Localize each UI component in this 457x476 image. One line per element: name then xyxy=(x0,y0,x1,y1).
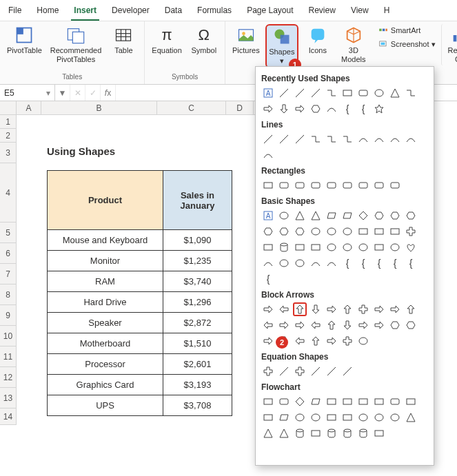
shape-star[interactable] xyxy=(372,102,386,116)
shapes-button[interactable]: Shapes▾ 1 xyxy=(265,24,298,68)
shape-elbow-arrow[interactable] xyxy=(325,132,338,146)
cell-product[interactable]: Monitor xyxy=(48,251,163,271)
shape-curved-down[interactable] xyxy=(341,318,354,332)
row-header[interactable]: 4 xyxy=(0,163,17,223)
shape-not-equal[interactable] xyxy=(341,364,354,378)
shape-curved-arrow[interactable] xyxy=(372,132,386,146)
shape-delay[interactable] xyxy=(309,426,323,440)
shape-merge[interactable] xyxy=(277,426,291,440)
shape-stored[interactable] xyxy=(293,426,307,440)
shape-elbow-double[interactable] xyxy=(341,132,354,146)
shape-decision[interactable] xyxy=(293,395,307,408)
shape-connector[interactable] xyxy=(325,86,338,100)
shape-noentry[interactable] xyxy=(341,240,354,254)
shape-round2[interactable] xyxy=(372,178,386,192)
cell-january[interactable]: $1,090 xyxy=(163,230,232,251)
shape-pentagon-arrow[interactable] xyxy=(388,318,402,332)
shape-card[interactable] xyxy=(325,411,338,424)
table-row[interactable]: Processor$2,601 xyxy=(48,354,232,375)
shape-or[interactable] xyxy=(372,411,386,424)
row-header[interactable]: 10 xyxy=(0,326,17,346)
shape-multidoc[interactable] xyxy=(372,395,386,408)
shape-callout-quad[interactable] xyxy=(341,334,354,348)
shape-dbracket[interactable]: { xyxy=(404,256,418,270)
shape-textbox[interactable]: A xyxy=(261,86,275,100)
shape-left-up[interactable] xyxy=(261,318,275,332)
shape-right-arrow[interactable] xyxy=(261,302,275,316)
shape-divide[interactable] xyxy=(309,364,323,378)
shape-left-arrow[interactable] xyxy=(277,302,291,316)
select-all-corner[interactable] xyxy=(0,101,17,115)
shape-round-diag[interactable] xyxy=(388,178,402,192)
tab-insert[interactable]: Insert xyxy=(71,3,99,21)
shape-octagon[interactable] xyxy=(261,225,275,238)
col-header[interactable]: D xyxy=(226,101,254,115)
equation-button[interactable]: πEquation xyxy=(149,24,184,56)
shape-rect[interactable] xyxy=(341,86,354,100)
shape-hexagon[interactable] xyxy=(388,209,402,223)
screenshot-button[interactable]: Screenshot ▾ xyxy=(376,38,439,50)
shape-callout-lr[interactable] xyxy=(325,334,338,348)
shape-sort[interactable] xyxy=(404,411,418,424)
cell-january[interactable]: $1,510 xyxy=(163,333,232,354)
shape-terminator[interactable] xyxy=(388,395,402,408)
cell-product[interactable]: Graphics Card xyxy=(48,375,163,395)
shape-direct[interactable] xyxy=(356,426,370,440)
shape-lightning[interactable] xyxy=(261,256,275,270)
shape-round1[interactable] xyxy=(356,178,370,192)
shape-chord[interactable] xyxy=(325,225,338,238)
shape-rtriangle[interactable] xyxy=(309,209,323,223)
symbol-button[interactable]: ΩSymbol xyxy=(187,24,221,56)
recommended-pivottables-button[interactable]: Recommended PivotTables xyxy=(48,24,105,65)
tab-home[interactable]: Home xyxy=(34,3,61,21)
shape-quad-arrow[interactable] xyxy=(356,302,370,316)
tab-data[interactable]: Data xyxy=(162,3,185,21)
header-product[interactable]: Product xyxy=(48,171,163,230)
col-header[interactable]: A xyxy=(17,101,41,115)
shape-ud-arrow[interactable] xyxy=(341,302,354,316)
tab-formulas[interactable]: Formulas xyxy=(194,3,234,21)
table-row[interactable]: Motherboard$1,510 xyxy=(48,333,232,354)
table-row[interactable]: RAM$3,740 xyxy=(48,271,232,292)
shape-lshape[interactable] xyxy=(388,225,402,238)
shape-cube[interactable] xyxy=(293,240,307,254)
shape-callout-r[interactable] xyxy=(261,334,275,348)
shape-line[interactable] xyxy=(293,86,307,100)
shape-oval[interactable] xyxy=(372,86,386,100)
table-row[interactable]: Monitor$1,235 xyxy=(48,251,232,271)
shape-internal[interactable] xyxy=(341,395,354,408)
shape-frame[interactable] xyxy=(356,225,370,238)
shape-cross[interactable] xyxy=(404,225,418,238)
shape-line-arrow[interactable] xyxy=(277,132,291,146)
shape-diamond[interactable] xyxy=(356,209,370,223)
shape-block-arc[interactable] xyxy=(356,240,370,254)
shape-scribble[interactable] xyxy=(261,148,275,162)
shape-snip1[interactable] xyxy=(293,178,307,192)
shape-curve[interactable] xyxy=(325,102,338,116)
shape-bent-arrow[interactable] xyxy=(388,302,402,316)
shape-teardrop[interactable] xyxy=(341,225,354,238)
shape-smiley[interactable] xyxy=(388,240,402,254)
shape-manual-op[interactable] xyxy=(277,411,291,424)
tab-h[interactable]: H xyxy=(381,3,393,21)
shape-manual-input[interactable] xyxy=(261,411,275,424)
shape-plus[interactable] xyxy=(261,364,275,378)
shape-donut[interactable] xyxy=(325,240,338,254)
col-header[interactable]: C xyxy=(157,101,226,115)
shape-folded[interactable] xyxy=(372,240,386,254)
shape-display[interactable] xyxy=(372,426,386,440)
shape-alt-process[interactable] xyxy=(277,395,291,408)
shape-equal[interactable] xyxy=(325,364,338,378)
row-header[interactable]: 6 xyxy=(0,243,17,264)
tab-page layout[interactable]: Page Layout xyxy=(244,3,296,21)
shape-process[interactable] xyxy=(261,395,275,408)
shape-can[interactable] xyxy=(277,240,291,254)
shape-arc[interactable] xyxy=(325,256,338,270)
shape-document[interactable] xyxy=(356,395,370,408)
row-header[interactable]: 8 xyxy=(0,284,17,305)
fx-icon[interactable]: fx xyxy=(101,85,116,101)
row-header[interactable]: 5 xyxy=(0,223,17,243)
shape-minus[interactable] xyxy=(277,364,291,378)
shape-para[interactable] xyxy=(325,209,338,223)
shape-prep[interactable] xyxy=(404,395,418,408)
